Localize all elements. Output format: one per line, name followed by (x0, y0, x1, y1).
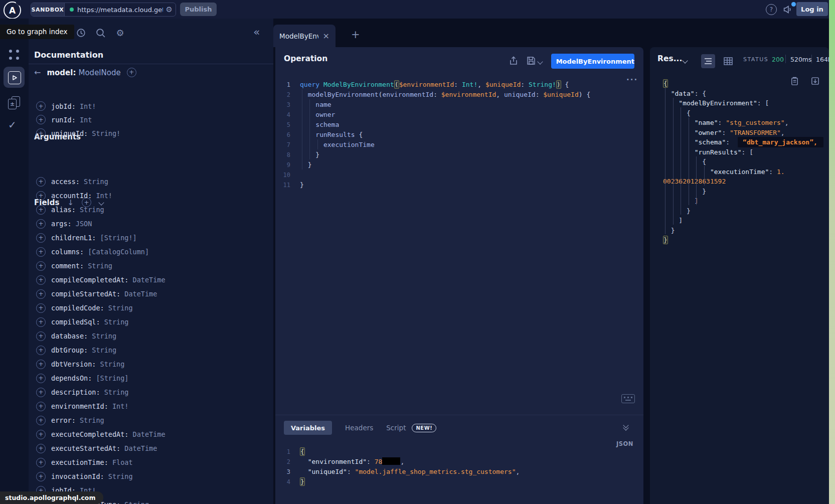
table-view-toggle[interactable] (723, 56, 733, 66)
add-field-icon[interactable]: + (36, 317, 46, 327)
close-tab-icon[interactable]: × (323, 32, 329, 40)
code-line: 8 } (275, 149, 643, 159)
code-line: } (663, 186, 829, 196)
argument-row[interactable]: + uniqueId: String! (29, 126, 273, 140)
add-field-icon[interactable]: + (36, 416, 46, 425)
arguments-list: + jobId: Int! + runId: Int + uniqueId: S… (29, 99, 273, 140)
add-field-icon[interactable]: + (36, 289, 46, 299)
back-arrow-icon[interactable]: ← (34, 68, 41, 77)
raw-view-toggle[interactable] (701, 54, 715, 68)
add-field-icon[interactable]: + (36, 177, 46, 187)
field-row[interactable]: + comment: String (29, 259, 273, 273)
collections-nav-icon[interactable]: ± (8, 96, 21, 109)
add-field-icon[interactable]: + (36, 261, 46, 271)
variables-editor[interactable]: 1{2 "environmentId": 78,3 "uniqueId": "m… (275, 443, 643, 486)
search-icon[interactable] (95, 28, 106, 38)
field-row[interactable]: + environmentId: Int! (29, 399, 273, 413)
code-line: 5 schema (275, 119, 643, 129)
breadcrumb: ← model: ModelNode + (34, 66, 136, 79)
field-row[interactable]: + executeCompletedAt: DateTime (29, 427, 273, 441)
operation-tab[interactable]: ModelByEnvi... × (273, 25, 336, 47)
field-row[interactable]: + childrenL1: [String!] (29, 231, 273, 245)
field-row[interactable]: + compileCompletedAt: DateTime (29, 273, 273, 287)
field-row[interactable]: + accountId: Int! (29, 189, 273, 203)
add-field-icon[interactable]: + (36, 219, 46, 229)
field-row[interactable]: + dependsOn: [String] (29, 371, 273, 385)
field-row[interactable]: + compileStartedAt: DateTime (29, 287, 273, 301)
checks-nav-icon[interactable]: ✓ (8, 119, 17, 131)
share-icon[interactable] (509, 56, 519, 66)
add-field-icon[interactable]: + (36, 374, 46, 383)
add-field-icon[interactable]: + (36, 331, 46, 341)
add-field-icon[interactable]: + (36, 388, 46, 397)
operation-title: Operation (284, 54, 327, 63)
field-row[interactable]: + compiledSql: String (29, 315, 273, 329)
field-row[interactable]: + alias: String (29, 203, 273, 217)
field-row[interactable]: + description: String (29, 385, 273, 399)
sandbox-badge[interactable]: SANDBOX (31, 3, 65, 16)
save-options-chevron-icon[interactable] (537, 59, 543, 64)
keyboard-shortcuts-icon[interactable] (621, 394, 635, 403)
field-row[interactable]: + executeStartedAt: DateTime (29, 441, 273, 455)
field-row[interactable]: + access: String (29, 175, 273, 189)
login-button[interactable]: Log in (796, 2, 828, 16)
field-row[interactable]: + compiledCode: String (29, 301, 273, 315)
add-field-icon[interactable]: + (36, 233, 46, 243)
field-row[interactable]: + columns: [CatalogColumn] (29, 245, 273, 259)
field-row[interactable]: + database: String (29, 329, 273, 343)
help-icon[interactable]: ? (766, 4, 777, 15)
code-line: 11} (275, 180, 643, 190)
add-field-icon[interactable]: + (36, 402, 46, 411)
field-row[interactable]: + dbtVersion: String (29, 357, 273, 371)
line-number: 9 (275, 160, 290, 170)
response-body[interactable]: { "data": { "modelByEnvironment": [ { "n… (650, 75, 829, 245)
argument-row[interactable]: + jobId: Int! (29, 99, 273, 113)
tab-headers[interactable]: Headers (345, 424, 373, 432)
new-feature-badge: NEW! (412, 424, 436, 432)
graph-index-icon[interactable] (7, 48, 21, 62)
add-argument-icon[interactable]: + (36, 128, 46, 138)
endpoint-settings-gear-icon[interactable]: ⚙ (166, 5, 173, 14)
settings-gear-icon[interactable]: ⚙ (115, 28, 125, 38)
tooltip: Go to graph index (0, 25, 74, 39)
status-label: STATUS (743, 56, 768, 63)
field-row[interactable]: + executionTime: Float (29, 455, 273, 469)
add-field-icon[interactable]: + (36, 430, 46, 439)
add-type-icon[interactable]: + (127, 68, 136, 77)
field-row[interactable]: + args: JSON (29, 217, 273, 231)
history-icon[interactable] (76, 28, 86, 38)
add-field-icon[interactable]: + (36, 303, 46, 313)
response-options-chevron-icon[interactable] (682, 58, 688, 63)
line-number: 2 (275, 457, 290, 467)
add-field-icon[interactable]: + (36, 444, 46, 453)
new-tab-icon[interactable]: + (351, 29, 360, 41)
explorer-nav-icon[interactable] (8, 71, 21, 84)
tab-script[interactable]: Script (386, 424, 406, 432)
add-argument-icon[interactable]: + (36, 101, 46, 111)
add-field-icon[interactable]: + (36, 458, 46, 467)
add-field-icon[interactable]: + (36, 360, 46, 369)
add-argument-icon[interactable]: + (36, 115, 46, 124)
field-row[interactable]: + dbtGroup: String (29, 343, 273, 357)
tab-variables[interactable]: Variables (284, 421, 332, 435)
add-field-icon[interactable]: + (36, 346, 46, 355)
code-line: "data": { (663, 88, 829, 98)
add-field-icon[interactable]: + (36, 191, 46, 201)
endpoint-url-input[interactable]: https://metadata.cloud.get (77, 6, 163, 14)
operation-editor[interactable]: 1query ModelByEnvironment($environmentId… (275, 75, 643, 190)
add-field-icon[interactable]: + (36, 205, 46, 215)
collapse-panel-icon[interactable]: « (253, 26, 260, 38)
add-field-icon[interactable]: + (36, 247, 46, 257)
publish-button[interactable]: Publish (180, 3, 217, 16)
add-field-icon[interactable]: + (36, 275, 46, 285)
code-line: 9 } (275, 159, 643, 170)
field-row[interactable]: + error: String (29, 413, 273, 427)
save-icon[interactable] (526, 56, 536, 66)
collapse-variables-chevron-icon[interactable] (622, 423, 629, 430)
breadcrumb-type[interactable]: ModelNode (79, 68, 121, 77)
add-field-icon[interactable]: + (36, 472, 46, 481)
indent-guide (681, 107, 681, 215)
argument-row[interactable]: + runId: Int (29, 113, 273, 126)
run-operation-button[interactable]: ModelByEnvironment (551, 54, 634, 69)
field-row[interactable]: + invocationId: String (29, 469, 273, 483)
